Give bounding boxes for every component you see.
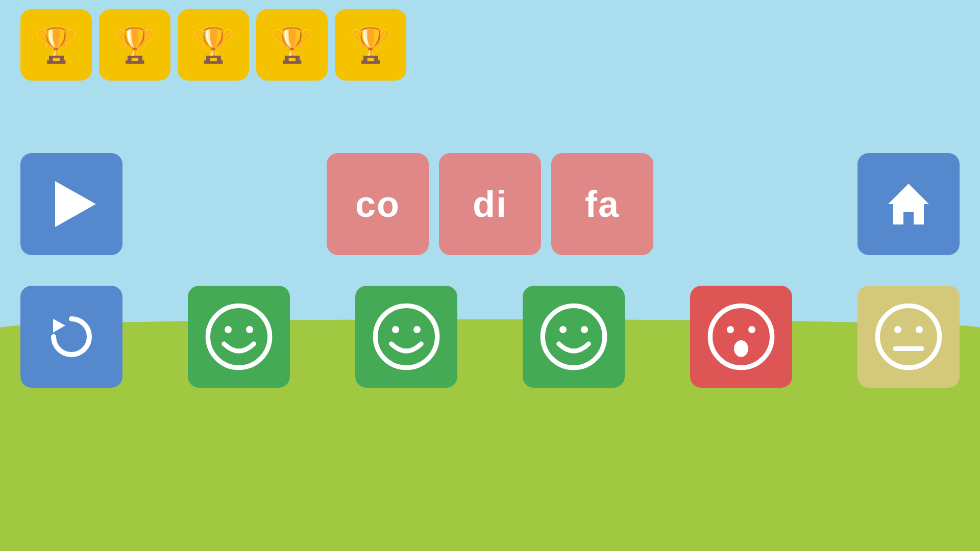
syllable-text-co: co <box>355 183 400 225</box>
home-button[interactable] <box>857 153 960 255</box>
svg-point-17 <box>916 326 923 333</box>
syllable-tile-co[interactable]: co <box>327 153 429 255</box>
syllable-text-di: di <box>473 183 507 225</box>
svg-point-13 <box>748 326 755 333</box>
trophy-row: 🏆 🏆 🏆 🏆 🏆 <box>20 9 406 81</box>
trophy-tile-5[interactable]: 🏆 <box>335 9 406 81</box>
syllable-group: co di fa <box>327 153 653 255</box>
home-icon <box>883 179 934 230</box>
smiley-neutral-icon <box>873 301 944 372</box>
syllable-text-fa: fa <box>585 183 620 225</box>
smiley-yellow-neutral[interactable] <box>857 286 960 388</box>
reload-button[interactable] <box>20 286 122 388</box>
smiley-surprised-icon <box>705 301 777 372</box>
svg-point-10 <box>581 326 588 333</box>
trophy-icon-1: 🏆 <box>35 24 78 65</box>
svg-point-8 <box>543 306 604 367</box>
svg-point-16 <box>894 326 901 333</box>
svg-point-6 <box>392 326 399 333</box>
bottom-row <box>20 286 960 388</box>
svg-point-14 <box>734 340 748 357</box>
trophy-icon-4: 🏆 <box>271 24 314 65</box>
svg-marker-1 <box>53 319 65 333</box>
smiley-green-2[interactable] <box>355 286 457 388</box>
svg-point-7 <box>413 326 421 333</box>
play-icon <box>55 181 96 227</box>
trophy-tile-1[interactable]: 🏆 <box>20 9 92 81</box>
smiley-happy-icon-3 <box>538 301 609 372</box>
svg-point-2 <box>208 306 270 367</box>
smiley-happy-icon-1 <box>203 301 275 372</box>
svg-point-12 <box>727 326 734 333</box>
trophy-icon-5: 🏆 <box>349 24 393 65</box>
svg-point-15 <box>877 306 939 367</box>
reload-icon <box>46 311 97 362</box>
middle-row: co di fa <box>20 153 960 255</box>
trophy-icon-2: 🏆 <box>113 24 157 65</box>
syllable-tile-fa[interactable]: fa <box>551 153 653 255</box>
smiley-red-surprised[interactable] <box>690 286 792 388</box>
trophy-tile-3[interactable]: 🏆 <box>178 9 249 81</box>
trophy-icon-3: 🏆 <box>192 24 235 65</box>
svg-point-3 <box>225 326 232 333</box>
svg-point-4 <box>246 326 253 333</box>
smiley-happy-icon-2 <box>371 301 442 372</box>
syllable-tile-di[interactable]: di <box>439 153 541 255</box>
trophy-tile-2[interactable]: 🏆 <box>99 9 170 81</box>
svg-point-5 <box>375 306 437 367</box>
play-button[interactable] <box>20 153 122 255</box>
svg-marker-0 <box>888 184 929 224</box>
svg-point-11 <box>710 306 772 367</box>
smiley-green-1[interactable] <box>188 286 290 388</box>
smiley-green-3[interactable] <box>523 286 625 388</box>
svg-point-9 <box>559 326 567 333</box>
trophy-tile-4[interactable]: 🏆 <box>256 9 328 81</box>
